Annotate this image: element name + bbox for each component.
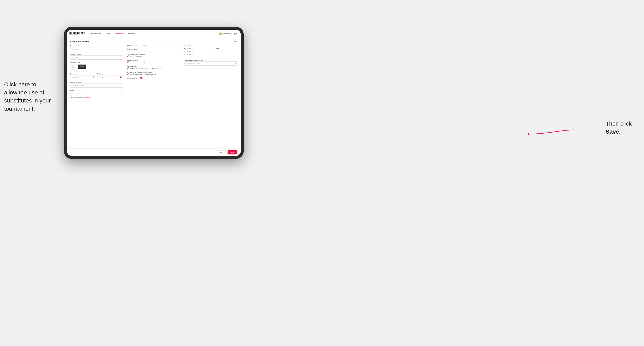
- nav-links: TOURNAMENTS TEAMS COMMITTEE RANKINGS: [90, 32, 216, 35]
- gender-mens-radio[interactable]: [128, 55, 129, 57]
- save-button[interactable]: Save: [228, 150, 238, 155]
- scoring-system-label: Scoring system: [128, 65, 180, 67]
- sponsor-input[interactable]: Enter sponsor name: [70, 84, 123, 88]
- page-title: Create Tournament: [70, 40, 89, 43]
- logo-placeholder: [70, 64, 76, 69]
- venue-input[interactable]: Search golf club: [70, 92, 123, 96]
- start-date-label: Start date: [70, 73, 76, 75]
- event-type-radio-group: Teams (+Individuals) Individuals Only: [128, 73, 180, 75]
- venue-note: Can't find your venue? email support: [70, 97, 123, 98]
- gender-label: Which gender is the event for?: [128, 53, 180, 55]
- nav-tournaments[interactable]: TOURNAMENTS: [90, 32, 102, 35]
- rounds-2-radio[interactable]: [132, 61, 134, 63]
- division-input[interactable]: NCAA Division I: [128, 47, 180, 51]
- tournament-name-label: Tournament name: [70, 53, 123, 55]
- rounds-1[interactable]: 1: [128, 61, 131, 63]
- tournament-host-input[interactable]: Search team: [70, 47, 123, 51]
- tournament-host-group: Tournament Host Search team: [70, 45, 123, 51]
- gender-mens[interactable]: Mens: [128, 55, 133, 57]
- nav-rankings[interactable]: RANKINGS: [128, 32, 136, 35]
- back-button[interactable]: ‹ Back: [233, 41, 238, 42]
- start-date-group: Start date Pick a date 📅: [70, 72, 96, 79]
- format-6count5[interactable]: 6 count 5: [184, 53, 209, 55]
- gender-womens[interactable]: Womens: [135, 55, 143, 57]
- format-5count4[interactable]: 5 count 4: [184, 48, 209, 49]
- format-other-radio[interactable]: [213, 48, 215, 49]
- allow-substitutes-group: Allow substitutes?: [128, 77, 180, 79]
- tournament-name-group: Tournament name Enter name: [70, 53, 123, 60]
- scoring-match-radio[interactable]: [138, 67, 140, 69]
- cancel-button[interactable]: Cancel: [216, 150, 226, 155]
- rounds-1-radio[interactable]: [128, 61, 129, 63]
- sponsor-group: Sponsor (optional) Enter sponsor name: [70, 81, 123, 88]
- scoring-medal-radio[interactable]: [149, 67, 151, 69]
- division-group: Which division is the event for? NCAA Di…: [128, 45, 180, 51]
- tournament-logo-group: Tournament logo Upload: [70, 62, 123, 69]
- tournament-logo-label: Tournament logo: [70, 62, 123, 63]
- event-teams-radio[interactable]: [128, 73, 129, 75]
- form-col-2: Which division is the event for? NCAA Di…: [128, 45, 180, 98]
- logo-upload-area: Upload: [70, 64, 123, 69]
- end-date-input[interactable]: Pick a date 📅: [97, 75, 123, 79]
- format-6count5-radio[interactable]: [184, 53, 186, 55]
- gender-radio-group: Mens Womens: [128, 55, 180, 57]
- tablet-screen: SCOREBOARD Powered by clippd TOURNAMENTS…: [67, 30, 241, 156]
- rounds-3[interactable]: 3: [137, 61, 140, 63]
- nav-teams[interactable]: TEAMS: [106, 32, 111, 35]
- logo-clippd: clippd: [75, 34, 78, 35]
- nav-committee[interactable]: COMMITTEE: [114, 32, 124, 35]
- rounds-4-radio[interactable]: [142, 61, 144, 63]
- user-avatar: B: [219, 32, 222, 35]
- end-date-label: End date: [97, 73, 102, 75]
- arrow-right-icon: [528, 124, 574, 136]
- scoring-stroke-radio[interactable]: [128, 67, 129, 69]
- gender-womens-radio[interactable]: [135, 55, 137, 57]
- format-6count4-radio[interactable]: [184, 50, 186, 52]
- scoring-service-group: Use third-party live scoring API? Select…: [184, 59, 238, 66]
- form-col-3: Format type 5 count 4 Other: [184, 45, 238, 98]
- format-5count4-radio[interactable]: [184, 48, 186, 49]
- allow-substitutes-checkbox[interactable]: [140, 77, 142, 79]
- upload-button[interactable]: Upload: [78, 65, 86, 69]
- date-row: Start date Pick a date 📅 End date Pick a…: [70, 72, 123, 79]
- scoring-system-group: Scoring system Stroke Play Match Play: [128, 65, 180, 69]
- email-support-link[interactable]: email support: [83, 97, 90, 98]
- sign-out-link[interactable]: Sign out: [233, 33, 238, 34]
- scoring-stroke-play[interactable]: Stroke Play: [128, 67, 137, 69]
- event-individuals-radio[interactable]: [144, 73, 146, 75]
- scoring-service-dropdown[interactable]: Select a scoring service ▾: [184, 61, 238, 66]
- event-type-label: Is this event for Teams and/or Individua…: [128, 71, 180, 73]
- logo-powered: Powered by clippd: [70, 34, 85, 35]
- logo: SCOREBOARD Powered by clippd: [70, 32, 85, 35]
- rounds-group: Number of rounds 1 2: [128, 59, 180, 63]
- division-label: Which division is the event for?: [128, 45, 180, 47]
- scoring-match-play[interactable]: Match Play: [138, 67, 148, 69]
- event-teams[interactable]: Teams (+Individuals): [128, 73, 142, 75]
- rounds-3-radio[interactable]: [137, 61, 139, 63]
- rounds-2[interactable]: 2: [132, 61, 136, 63]
- navbar: SCOREBOARD Powered by clippd TOURNAMENTS…: [67, 30, 241, 38]
- rounds-label: Number of rounds: [128, 59, 180, 61]
- allow-substitutes-item[interactable]: Allow substitutes?: [128, 77, 180, 79]
- annotation-left: Click here to allow the use of substitut…: [4, 80, 62, 113]
- nav-user-area: B blair admin | Sign out: [219, 32, 238, 35]
- bottom-bar: Cancel Save: [67, 149, 241, 156]
- rounds-radio-group: 1 2 3 4: [128, 61, 180, 63]
- tablet-frame: SCOREBOARD Powered by clippd TOURNAMENTS…: [64, 27, 244, 159]
- form-col-1: Tournament Host Search team Tournament n…: [70, 45, 123, 98]
- format-other[interactable]: Other: [213, 48, 238, 49]
- tournament-host-label: Tournament Host: [70, 45, 123, 47]
- venue-group: Venue Search golf club Can't find your v…: [70, 90, 123, 98]
- user-name: blair admin: [223, 33, 230, 34]
- page-header: Create Tournament ‹ Back: [70, 40, 238, 43]
- format-6count4[interactable]: 6 count 4: [184, 50, 209, 52]
- gender-group: Which gender is the event for? Mens Wome…: [128, 53, 180, 57]
- event-individuals[interactable]: Individuals Only: [144, 73, 156, 75]
- scoring-medal-match[interactable]: Medal Match Play: [149, 67, 162, 69]
- form-grid: Tournament Host Search team Tournament n…: [70, 45, 238, 98]
- start-date-input[interactable]: Pick a date 📅: [70, 75, 96, 79]
- tournament-name-input[interactable]: Enter name: [70, 55, 123, 60]
- rounds-4[interactable]: 4: [142, 61, 145, 63]
- format-type-label: Format type: [184, 45, 238, 47]
- annotation-right: Then click Save.: [606, 120, 632, 136]
